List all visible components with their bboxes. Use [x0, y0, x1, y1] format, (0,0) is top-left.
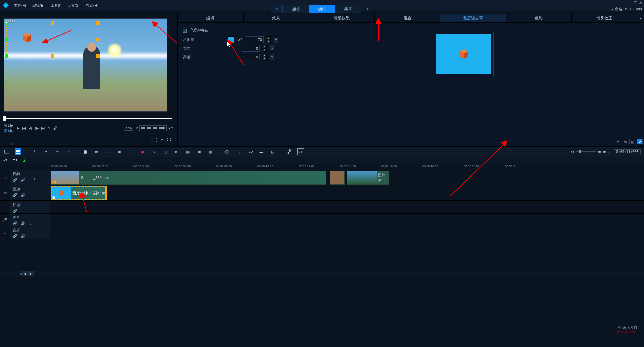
- tool-strip[interactable]: ▥: [207, 148, 214, 155]
- tool-t3d[interactable]: T3D: [247, 148, 253, 155]
- w-up[interactable]: ▲: [263, 45, 267, 48]
- mode-upload[interactable]: ⬆: [361, 5, 373, 13]
- track-opts[interactable]: ⋮⋮: [29, 193, 36, 197]
- window-close[interactable]: ✕: [639, 1, 642, 5]
- w-down[interactable]: ▼: [263, 48, 267, 52]
- tool-gif[interactable]: GIF: [297, 148, 304, 155]
- handle-tr[interactable]: [96, 21, 100, 25]
- mute-icon[interactable]: 🔊: [21, 234, 25, 238]
- timecode-display[interactable]: 00:00:00:000: [139, 125, 167, 131]
- hscroll-left[interactable]: ◀: [22, 271, 28, 276]
- tab-blend[interactable]: 混合: [375, 14, 440, 22]
- tool-marker1[interactable]: ⊞: [116, 148, 123, 155]
- goto-start-button[interactable]: |◀: [22, 126, 26, 130]
- handle-ml[interactable]: [5, 38, 8, 41]
- h-reset[interactable]: ▾: [270, 54, 274, 60]
- expand-track[interactable]: ⌄: [29, 221, 32, 226]
- mark-in-icon[interactable]: ⁅: [151, 138, 153, 142]
- aspect-ratio[interactable]: 16:9: [124, 126, 133, 131]
- eyedropper-icon[interactable]: [237, 37, 242, 42]
- h-up[interactable]: ▲: [263, 54, 267, 57]
- tab-chroma[interactable]: 色度键去背: [440, 14, 506, 22]
- w-reset[interactable]: ▾: [270, 45, 274, 52]
- tool-copy[interactable]: ⎘: [31, 148, 38, 155]
- step-back-button[interactable]: ◀|: [29, 126, 32, 130]
- tool-crop[interactable]: ⬚: [235, 148, 242, 155]
- expand-track[interactable]: ⌄: [29, 234, 32, 238]
- track-opts[interactable]: ⋮⋮: [29, 178, 36, 182]
- sim-up[interactable]: ▲: [267, 36, 271, 40]
- handle-bl[interactable]: [5, 54, 8, 58]
- handle-br[interactable]: [96, 54, 100, 58]
- timeline-ruler[interactable]: 00:00:00:0000:00:02:0000:00:04:0000:00:0…: [51, 164, 644, 170]
- link-icon[interactable]: 🔗: [13, 193, 17, 197]
- play-button[interactable]: ▶: [17, 126, 19, 130]
- mode-capture[interactable]: 捕获: [283, 5, 309, 13]
- zoom-in[interactable]: ⊕: [598, 150, 601, 154]
- timeline-view[interactable]: [15, 148, 21, 155]
- zoom-slider[interactable]: [576, 151, 596, 152]
- mute-icon[interactable]: 🔊: [21, 221, 25, 226]
- loop-button[interactable]: ↻: [47, 126, 50, 130]
- clip-main-video[interactable]: Sample_360.mp4: [51, 171, 326, 185]
- preview-clip-tab[interactable]: 素材▸: [4, 128, 13, 133]
- window-maximize[interactable]: ❐: [634, 1, 637, 5]
- tool-rect[interactable]: ▭: [93, 148, 100, 155]
- hscroll-right[interactable]: ▶: [28, 271, 34, 276]
- clip-overlay[interactable]: 图片素材03_副本.pn: [51, 186, 107, 200]
- tool-record[interactable]: ⬤: [82, 148, 89, 155]
- tool-cal[interactable]: ▦: [184, 148, 191, 155]
- tab-face[interactable]: 脸部效果: [309, 14, 375, 22]
- tool-subtitle[interactable]: ▬: [258, 148, 265, 155]
- height-input[interactable]: [241, 54, 260, 60]
- tab-more[interactable]: ▸: [637, 14, 644, 22]
- cut-icon[interactable]: ✂: [161, 138, 164, 142]
- clip-image-3[interactable]: 图片素: [377, 171, 389, 185]
- menu-help[interactable]: 帮助(H): [86, 3, 98, 8]
- tl-menu-icon[interactable]: ≡▾: [3, 158, 9, 163]
- tab-lens[interactable]: 镜头校正: [572, 14, 637, 22]
- tool-grid[interactable]: ⊞: [196, 148, 203, 155]
- tool-cam[interactable]: ◫: [162, 148, 168, 155]
- layout-icon-1[interactable]: ▭: [622, 139, 628, 144]
- link-icon[interactable]: 🔗: [13, 221, 17, 226]
- link-icon[interactable]: 🔗: [13, 209, 17, 213]
- footer-arrow[interactable]: ▸: [617, 139, 619, 144]
- preview-project-label[interactable]: 项目▸: [4, 123, 13, 128]
- mode-share[interactable]: 共享: [335, 5, 361, 13]
- tab-color[interactable]: 色彩: [506, 14, 572, 22]
- menu-edit[interactable]: 编辑(E): [32, 3, 45, 8]
- tool-track[interactable]: ▤: [269, 148, 276, 155]
- layout-maximize[interactable]: ⬈: [637, 139, 643, 144]
- tool-360[interactable]: ◯: [224, 148, 230, 155]
- mode-home[interactable]: ⌂: [271, 5, 283, 13]
- tool-redo[interactable]: ↷: [65, 148, 72, 155]
- menu-settings[interactable]: 设置(S): [67, 3, 80, 8]
- menu-tools[interactable]: 工具(I): [51, 3, 61, 8]
- goto-end-button[interactable]: ▶|: [41, 126, 45, 130]
- window-minimize[interactable]: —: [629, 1, 632, 5]
- zoom-out[interactable]: ⊖: [571, 150, 574, 154]
- tool-link[interactable]: ∞: [173, 148, 180, 155]
- tool-image[interactable]: ▞: [286, 148, 292, 155]
- layout-icon-2[interactable]: ▥: [629, 139, 635, 144]
- mute-icon[interactable]: 🔊: [21, 193, 25, 197]
- scrub-head[interactable]: [3, 116, 6, 121]
- handle-tm[interactable]: [51, 21, 54, 25]
- tool-undo[interactable]: ↶: [54, 148, 61, 155]
- step-fwd-button[interactable]: |▶: [35, 126, 39, 130]
- zoom-fit[interactable]: ▭: [603, 150, 606, 154]
- volume-button[interactable]: 🔊: [53, 126, 58, 130]
- tab-edit[interactable]: 编辑: [178, 14, 244, 22]
- handle-mr[interactable]: [96, 38, 100, 41]
- selection-box[interactable]: [6, 23, 98, 56]
- tool-marker2[interactable]: ⊟: [127, 148, 134, 155]
- handle-bm[interactable]: [51, 54, 54, 58]
- sim-reset[interactable]: ▾: [274, 36, 278, 43]
- link-icon[interactable]: 🔗: [13, 234, 17, 238]
- width-input[interactable]: [241, 45, 260, 52]
- chroma-enable-checkbox[interactable]: ✓: [183, 29, 187, 33]
- tl-list-icon[interactable]: ≣▾: [13, 158, 18, 163]
- preview-scrubber[interactable]: [4, 118, 172, 119]
- expand-icon[interactable]: ⛶: [167, 138, 171, 142]
